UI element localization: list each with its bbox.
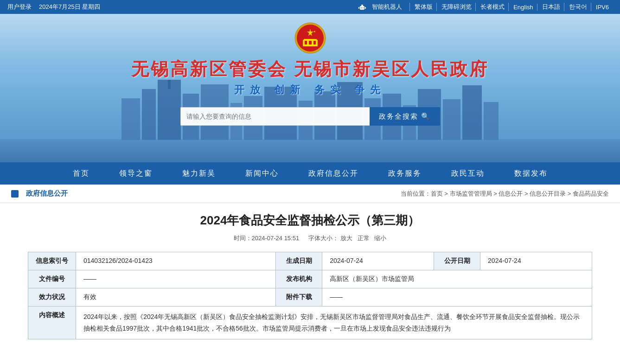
label-gen-date: 生成日期 [276, 252, 322, 270]
svg-rect-2 [358, 7, 359, 9]
nav-interaction[interactable]: 政民互动 [436, 162, 499, 185]
korean-link[interactable]: 한국어 [565, 3, 591, 11]
nav-leadership[interactable]: 领导之窗 [104, 162, 167, 185]
site-title: 无锡高新区管委会 无锡市新吴区人民政府 [131, 57, 489, 81]
label-index-no: 信息索引号 [28, 252, 76, 270]
section-title: 政府信息公开 [11, 189, 85, 198]
header-banner: 无锡高新区管委会 无锡市新吴区人民政府 开放 创新 务实 争先 政务全搜索 🔍 [0, 14, 620, 162]
top-bar-right: 智能机器人 繁体版 无障碍浏览 长者模式 English 日本語 한국어 IPV… [355, 3, 613, 11]
svg-rect-11 [309, 41, 312, 45]
font-large-btn[interactable]: 放大 [340, 235, 352, 242]
top-bar: 用户登录 2024年7月25日 星期四 智能机器人 繁体版 无障碍浏览 长者模式… [0, 0, 620, 14]
font-size-controls: 字体大小： 放大 正常 缩小 [308, 234, 386, 243]
nav-news[interactable]: 新闻中心 [230, 162, 294, 185]
label-content: 内容概述 [28, 307, 76, 339]
label-validity: 效力状况 [28, 288, 76, 307]
japanese-link[interactable]: 日本語 [538, 3, 564, 11]
site-slogan: 开放 创新 务实 争先 [234, 83, 385, 97]
svg-rect-12 [313, 41, 316, 45]
nav-data[interactable]: 数据发布 [499, 162, 562, 185]
value-file-no: —— [76, 270, 276, 288]
svg-rect-3 [365, 7, 366, 9]
font-normal-btn[interactable]: 正常 [358, 235, 370, 242]
senior-link[interactable]: 长者模式 [477, 3, 509, 11]
table-row: 文件编号 —— 发布机构 高新区（新吴区）市场监管局 [28, 270, 592, 288]
value-gen-date: 2024-07-24 [322, 252, 434, 270]
search-button[interactable]: 政务全搜索 🔍 [370, 107, 440, 126]
breadcrumb-area: 政府信息公开 当前位置：首页 > 市场监管管理局 > 信息公开 > 信息公开目录… [0, 185, 620, 203]
article-time: 时间：2024-07-24 15:51 [234, 234, 300, 243]
government-emblem [294, 22, 326, 54]
svg-point-5 [363, 7, 364, 8]
nav-charm[interactable]: 魅力新吴 [167, 162, 230, 185]
svg-rect-10 [305, 41, 307, 45]
main-nav: 首页 领导之窗 魅力新吴 新闻中心 政府信息公开 政务服务 政民互动 数据发布 [0, 162, 620, 185]
search-input[interactable] [180, 107, 370, 126]
value-content: 2024年以来，按照《2024年无锡高新区（新吴区）食品安全抽检监测计划》安排，… [76, 307, 592, 339]
nav-gov-info[interactable]: 政府信息公开 [294, 162, 373, 185]
table-row: 效力状况 有效 附件下载 —— [28, 288, 592, 307]
label-publisher: 发布机构 [276, 270, 322, 288]
label-file-no: 文件编号 [28, 270, 76, 288]
svg-rect-0 [360, 6, 364, 10]
info-table: 信息索引号 014032126/2024-01423 生成日期 2024-07-… [28, 252, 592, 339]
value-attachment: —— [322, 288, 592, 307]
robot-link[interactable]: 智能机器人 [355, 3, 410, 11]
value-pub-date: 2024-07-24 [480, 252, 592, 270]
date-display: 2024年7月25日 星期四 [39, 3, 100, 11]
article-title: 2024年食品安全监督抽检公示（第三期） [28, 212, 592, 229]
svg-point-4 [361, 7, 362, 8]
value-validity: 有效 [76, 288, 276, 307]
nav-home[interactable]: 首页 [58, 162, 104, 185]
ipv6-link[interactable]: IPV6 [592, 4, 613, 11]
svg-rect-9 [304, 39, 317, 41]
section-title-icon [11, 190, 19, 198]
top-bar-left: 用户登录 2024年7月25日 星期四 [7, 3, 100, 11]
svg-point-7 [297, 25, 324, 51]
accessible-link[interactable]: 无障碍浏览 [438, 3, 476, 11]
label-pub-date: 公开日期 [434, 252, 480, 270]
search-icon: 🔍 [421, 112, 431, 121]
svg-rect-1 [361, 5, 363, 6]
table-row: 内容概述 2024年以来，按照《2024年无锡高新区（新吴区）食品安全抽检监测计… [28, 307, 592, 339]
breadcrumb-path: 当前位置：首页 > 市场监管管理局 > 信息公开 > 信息公开目录 > 食品药品… [85, 190, 609, 198]
english-link[interactable]: English [510, 4, 537, 11]
article-meta: 时间：2024-07-24 15:51 字体大小： 放大 正常 缩小 [28, 234, 592, 243]
nav-gov-service[interactable]: 政务服务 [373, 162, 436, 185]
search-bar: 政务全搜索 🔍 [180, 107, 440, 126]
traditional-link[interactable]: 繁体版 [411, 3, 437, 11]
label-attachment: 附件下载 [276, 288, 322, 307]
value-publisher: 高新区（新吴区）市场监管局 [322, 270, 592, 288]
font-small-btn[interactable]: 缩小 [374, 235, 386, 242]
table-row: 信息索引号 014032126/2024-01423 生成日期 2024-07-… [28, 252, 592, 270]
content-area: 2024年食品安全监督抽检公示（第三期） 时间：2024-07-24 15:51… [0, 203, 620, 358]
login-link[interactable]: 用户登录 [7, 3, 32, 11]
value-index-no: 014032126/2024-01423 [76, 252, 276, 270]
